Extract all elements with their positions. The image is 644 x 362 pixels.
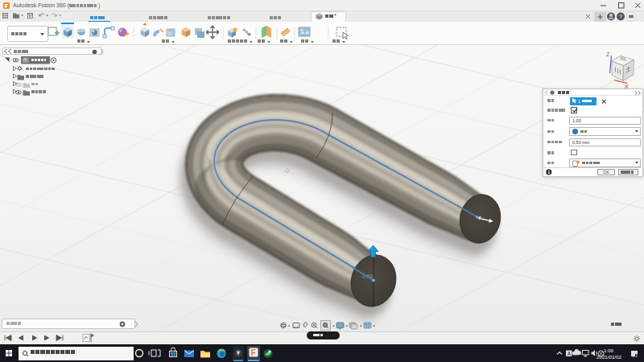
svg-text:A: A (568, 351, 572, 356)
svg-text:F: F (251, 348, 256, 357)
svg-text:?: ? (619, 13, 622, 20)
svg-text:1:00: 1:00 (604, 348, 614, 353)
svg-text:2021/01/02: 2021/01/02 (597, 354, 622, 360)
svg-text:Z: Z (606, 51, 610, 57)
